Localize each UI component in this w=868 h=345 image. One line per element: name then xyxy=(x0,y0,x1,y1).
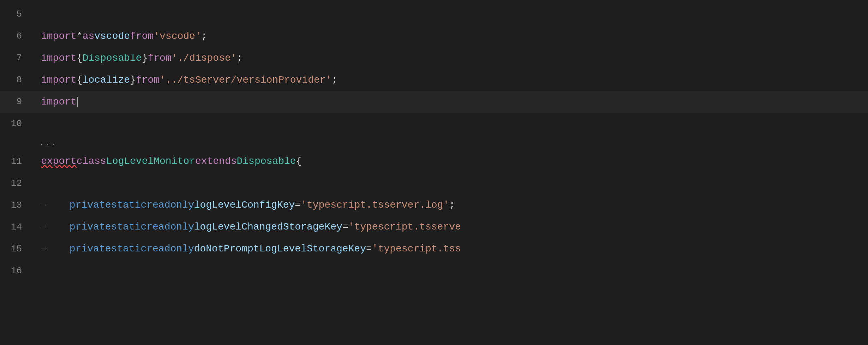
token-punct: } xyxy=(130,72,136,88)
code-editor: 56import * as vscode from 'vscode';7impo… xyxy=(0,0,868,345)
code-line-16: 16 xyxy=(0,260,868,282)
line-number: 9 xyxy=(2,95,30,109)
line-number: 15 xyxy=(2,242,30,257)
code-line-13: 13→private static readonly logLevelConfi… xyxy=(0,195,868,216)
token-str: './dispose' xyxy=(172,50,237,66)
token-kw-readonly: readonly xyxy=(146,241,194,257)
token-kw-import: import xyxy=(41,94,77,110)
token-punct: { xyxy=(77,50,83,66)
code-line-12: 12 xyxy=(0,173,868,195)
token-kw-static: static xyxy=(111,241,146,257)
token-kw-static: static xyxy=(111,197,146,213)
token-prop-name: logLevelConfigKey xyxy=(194,197,295,213)
token-op: = xyxy=(295,197,301,213)
line-content: export class LogLevelMonitor extends Dis… xyxy=(30,154,302,169)
code-line-11: 11export class LogLevelMonitor extends D… xyxy=(0,151,868,173)
token-kw-readonly: readonly xyxy=(146,197,194,213)
code-line-14: 14→private static readonly logLevelChang… xyxy=(0,216,868,238)
token-punct: { xyxy=(296,154,302,169)
ellipsis-indicator: ... xyxy=(0,135,868,151)
token-kw-import: import xyxy=(41,29,77,44)
token-prop-name: doNotPromptLogLevelStorageKey xyxy=(194,241,366,257)
line-content: import * as vscode from 'vscode'; xyxy=(30,29,207,44)
code-line-15: 15→private static readonly doNotPromptLo… xyxy=(0,238,868,260)
token-kw-from: from xyxy=(130,29,154,44)
line-content: import xyxy=(30,94,78,110)
line-content: import { localize } from '../tsServer/ve… xyxy=(30,72,337,88)
token-cls-disposable: Disposable xyxy=(83,50,142,66)
token-ns-vscode: localize xyxy=(83,72,130,88)
line-number: 11 xyxy=(2,154,30,169)
token-kw-import: import xyxy=(41,72,77,88)
token-op: = xyxy=(342,219,348,235)
tab-arrow-icon: → xyxy=(41,219,47,235)
token-kw-export: export xyxy=(41,154,77,169)
line-number: 16 xyxy=(2,264,30,279)
token-punct: ; xyxy=(237,50,243,66)
token-ns-vscode: vscode xyxy=(94,29,130,44)
line-content: →private static readonly logLevelChanged… xyxy=(30,219,461,235)
token-kw-private: private xyxy=(70,241,111,257)
token-str: 'typescript.tss xyxy=(372,241,461,257)
line-number: 13 xyxy=(2,198,30,213)
token-punct: ; xyxy=(449,197,455,213)
token-str: 'typescript.tsserve xyxy=(348,219,461,235)
token-kw-import: import xyxy=(41,50,77,66)
token-str: 'vscode' xyxy=(154,29,201,44)
line-content: import { Disposable } from './dispose'; xyxy=(30,50,243,66)
token-cls-name: LogLevelMonitor xyxy=(106,154,195,169)
token-prop-name: logLevelChangedStorageKey xyxy=(194,219,342,235)
code-line-9: 9import xyxy=(0,91,868,113)
token-kw-readonly: readonly xyxy=(146,219,194,235)
code-line-6: 6import * as vscode from 'vscode'; xyxy=(0,25,868,47)
token-kw-static: static xyxy=(111,219,146,235)
token-str: 'typescript.tsserver.log' xyxy=(301,197,449,213)
token-kw-extends: extends xyxy=(195,154,237,169)
code-line-8: 8import { localize } from '../tsServer/v… xyxy=(0,69,868,91)
token-kw-private: private xyxy=(70,219,111,235)
text-cursor xyxy=(77,97,78,108)
line-number: 14 xyxy=(2,220,30,235)
line-number: 12 xyxy=(2,176,30,191)
token-kw-private: private xyxy=(70,197,111,213)
tab-arrow-icon: → xyxy=(41,241,47,257)
token-kw-class: class xyxy=(77,154,106,169)
line-content: →private static readonly logLevelConfigK… xyxy=(30,197,455,213)
token-str: '../tsServer/versionProvider' xyxy=(160,72,331,88)
code-line-5: 5 xyxy=(0,4,868,25)
token-kw-from: from xyxy=(136,72,160,88)
token-punct: { xyxy=(77,72,83,88)
token-star-op: * xyxy=(77,29,83,44)
line-number: 7 xyxy=(2,51,30,66)
token-kw-from: from xyxy=(148,50,171,66)
line-number: 8 xyxy=(2,73,30,88)
line-number: 10 xyxy=(2,117,30,131)
token-punct: } xyxy=(142,50,148,66)
token-punct: ; xyxy=(201,29,207,44)
line-number: 6 xyxy=(2,29,30,44)
token-kw-as: as xyxy=(83,29,95,44)
token-cls-disposable: Disposable xyxy=(237,154,296,169)
tab-arrow-icon: → xyxy=(41,197,47,213)
code-line-10: 10 xyxy=(0,113,868,135)
line-number: 5 xyxy=(2,7,30,22)
code-line-7: 7import { Disposable } from './dispose'; xyxy=(0,47,868,69)
line-content: →private static readonly doNotPromptLogL… xyxy=(30,241,461,257)
token-op: = xyxy=(366,241,372,257)
token-punct: ; xyxy=(331,72,337,88)
